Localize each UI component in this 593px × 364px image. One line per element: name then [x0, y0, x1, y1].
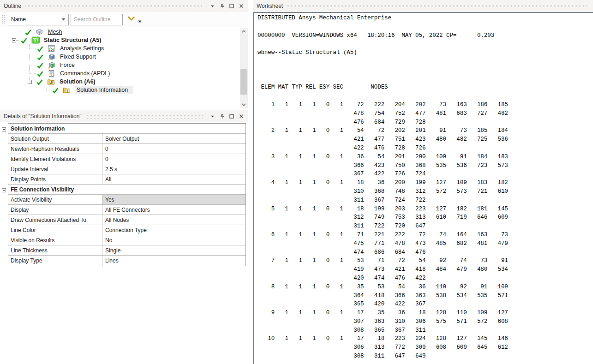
collapse-toggle[interactable] [2, 187, 6, 194]
property-value[interactable]: All FE Connectors [102, 205, 246, 215]
details-row-identify-element-violations: Identify Element Violations0 [8, 154, 246, 164]
tree-item-fixed-support[interactable]: Fixed Support [0, 53, 248, 61]
property-label: Solution Output [8, 134, 102, 143]
details-category-fe-connection-visibility: FE Connection Visibility [8, 185, 246, 195]
scroll-up-button[interactable] [240, 28, 248, 35]
collapse-toggle[interactable] [2, 126, 6, 133]
check-icon [52, 88, 59, 94]
scroll-track[interactable] [240, 35, 248, 101]
outline-toolbar: Name [0, 12, 248, 27]
close-icon [239, 114, 244, 119]
property-value[interactable]: Single [102, 245, 246, 255]
check-icon [21, 38, 27, 44]
property-value[interactable]: Connection Type [102, 225, 246, 235]
tree-item-label: Static Structural (A5) [44, 37, 101, 43]
details-row-line-thickness: Line ThicknessSingle [8, 245, 246, 256]
details-row-update-interval: Update Interval2.5 s [8, 164, 246, 174]
worksheet-content[interactable]: DISTRIBUTED Ansys Mechanical Enterprise … [253, 12, 593, 364]
tree-item-label: Force [60, 62, 75, 68]
pin-icon [220, 4, 225, 9]
tree-item-static-structural-a5[interactable]: Static Structural (A5) [0, 36, 248, 44]
details-row-line-color: Line ColorConnection Type [8, 225, 246, 235]
maximize-icon [229, 4, 234, 8]
property-label: Identify Element Violations [8, 154, 102, 164]
details-row-activate-visibility: Activate VisibilityYes [8, 195, 246, 205]
check-icon [25, 30, 31, 36]
outline-tree: MeshStatic Structural (A5)Analysis Setti… [0, 27, 248, 109]
worksheet-panel-title: Worksheet [257, 3, 283, 9]
force-icon [48, 61, 56, 69]
search-options-dropdown[interactable] [138, 18, 142, 24]
tree-item-label: Mesh [48, 29, 62, 35]
dock-splitter[interactable] [248, 0, 253, 364]
details-row-display-type: Display TypeLines [8, 256, 246, 266]
tree-item-label: Solution Information [75, 86, 133, 94]
close-button[interactable] [238, 2, 245, 10]
property-value[interactable]: No [102, 235, 246, 245]
property-value[interactable]: 2.5 s [102, 164, 246, 174]
expand-toggle[interactable] [12, 38, 16, 42]
property-value[interactable]: All [102, 174, 246, 184]
scroll-thumb[interactable] [240, 69, 247, 95]
details-table: Solution InformationSolution OutputSolve… [8, 123, 246, 266]
expand-toggle[interactable] [28, 80, 32, 84]
maximize-button[interactable] [228, 2, 235, 10]
check-icon [37, 46, 43, 52]
tree-item-force[interactable]: Force [0, 61, 248, 69]
property-value[interactable]: 0 [102, 154, 246, 164]
property-value[interactable]: 0 [102, 144, 246, 154]
details-row-visible-on-results: Visible on ResultsNo [8, 235, 246, 245]
details-row-newton-raphson-residuals: Newton-Raphson Residuals0 [8, 144, 246, 154]
tree-item-commands-apdl[interactable]: CCommands (APDL) [0, 69, 248, 78]
tree-item-label: Commands (APDL) [60, 70, 110, 77]
app-window: Outline Name [0, 0, 593, 364]
close-icon [239, 4, 244, 8]
chevron-down-icon [210, 4, 215, 8]
scroll-down-button[interactable] [240, 101, 248, 108]
pin-button[interactable] [218, 113, 226, 120]
maximize-button[interactable] [228, 113, 235, 120]
tree-item-label: Fixed Support [60, 54, 96, 60]
tree-item-solution-a6[interactable]: Solution (A6) [0, 78, 248, 86]
commands-apdl-icon: C [48, 70, 56, 77]
property-value[interactable]: Yes [102, 195, 246, 204]
toolbar-grip-handle[interactable] [2, 15, 5, 24]
dropdown-arrow-icon [138, 21, 142, 23]
check-icon [37, 54, 43, 60]
property-value[interactable]: Lines [102, 256, 246, 266]
search-outline-box [71, 14, 123, 25]
property-value[interactable]: Solver Output [102, 134, 246, 143]
worksheet-panel-header: Worksheet [253, 0, 593, 12]
details-row-solution-output: Solution OutputSolver Output [8, 134, 246, 144]
property-label: Line Color [8, 225, 102, 235]
panel-menu-button[interactable] [209, 2, 216, 10]
search-outline-input[interactable] [71, 16, 122, 23]
svg-text:C: C [51, 72, 54, 77]
panel-menu-button[interactable] [209, 113, 216, 120]
outline-panel: Outline Name [0, 0, 248, 109]
fixed-support-icon [48, 53, 56, 60]
gold-chevron-icon [129, 17, 134, 20]
details-row-display-points: Display PointsAll [8, 174, 246, 185]
check-icon [37, 63, 43, 69]
property-label: Display Points [8, 174, 102, 184]
outline-panel-title: Outline [4, 3, 21, 9]
name-filter-combo[interactable]: Name [8, 14, 69, 25]
details-category-solution-information: Solution Information [8, 124, 246, 134]
pin-button[interactable] [218, 2, 226, 10]
tree-item-solution-information[interactable]: iSolution Information [0, 86, 248, 94]
left-dock-column: Outline Name [0, 0, 248, 364]
close-button[interactable] [238, 113, 245, 120]
expand-search-chevron-button[interactable] [127, 16, 135, 23]
panel-header-texture [25, 5, 203, 9]
tree-item-analysis-settings[interactable]: Analysis Settings [0, 44, 248, 53]
property-label: Update Interval [8, 164, 102, 174]
pin-icon [220, 114, 225, 119]
chevron-up-icon [242, 30, 246, 33]
property-value[interactable]: All Nodes [102, 215, 246, 225]
panel-header-texture [287, 5, 587, 9]
tree-scrollbar[interactable] [240, 28, 248, 108]
tree-item-mesh[interactable]: Mesh [0, 28, 248, 36]
property-label: Display Type [8, 256, 102, 266]
name-filter-label: Name [11, 16, 61, 23]
